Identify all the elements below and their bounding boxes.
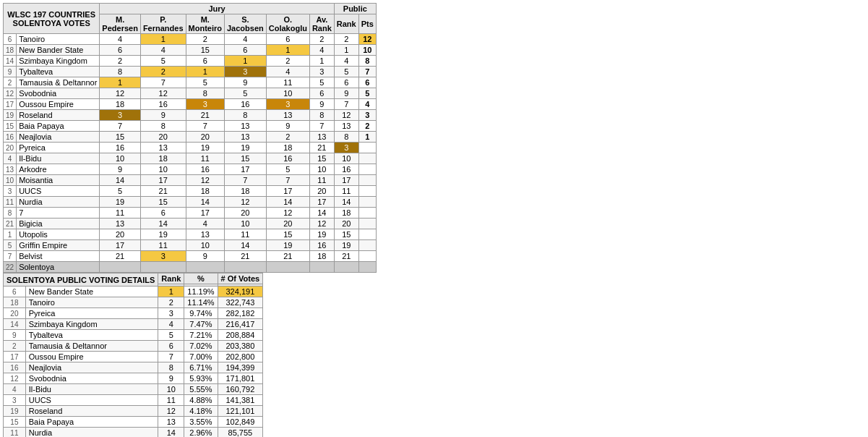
right-row-votes: 121,101: [218, 406, 263, 417]
table-row: 14 Szimbaya Kingdom 2 5 6 1 2 1 4 8: [4, 56, 377, 67]
row-oc: [266, 262, 309, 273]
table-row: 9 Tybalteva 8 2 1 3 4 3 5 7: [4, 67, 377, 77]
row-avrank: 2: [309, 34, 334, 45]
row-mp: 11: [100, 208, 141, 218]
right-row-left-rank: 11: [4, 428, 26, 438]
right-table-row: 2 Tamausia & Deltannor 6 7.02% 203,380: [4, 341, 263, 352]
row-mp: 15: [100, 132, 141, 143]
row-left-rank: 16: [4, 132, 17, 143]
row-mm: 7: [186, 121, 224, 132]
right-table-row: 16 Neajlovia 8 6.71% 194,399: [4, 362, 263, 373]
table-row: 16 Neajlovia 15 20 20 13 2 13 8 1: [4, 132, 377, 143]
row-mm: 12: [186, 175, 224, 186]
row-left-rank: 1: [4, 229, 17, 240]
table-row: 20 Pyreica 16 13 19 19 18 21 3: [4, 143, 377, 153]
right-row-pct: 4.18%: [184, 406, 218, 417]
row-left-rank: 12: [4, 88, 17, 99]
row-country: UUCS: [17, 186, 100, 197]
right-row-rank: 11: [158, 395, 184, 406]
row-pubrank: 18: [334, 208, 358, 218]
row-left-rank: 10: [4, 175, 17, 186]
row-left-rank: 4: [4, 153, 17, 164]
right-table-row: 15 Baia Papaya 13 3.55% 102,849: [4, 417, 263, 428]
right-row-country: Il-Bidu: [25, 384, 158, 395]
right-row-rank: 6: [158, 341, 184, 352]
right-row-left-rank: 15: [4, 417, 26, 428]
right-row-pct: 11.19%: [184, 287, 218, 297]
row-pubrank: 9: [334, 88, 358, 99]
right-table-row: 11 Nurdia 14 2.96% 85,755: [4, 428, 263, 438]
row-pts: 3: [358, 110, 376, 121]
row-mp: 17: [100, 240, 141, 251]
row-avrank: 19: [309, 229, 334, 240]
row-country: Arkodre: [17, 164, 100, 175]
row-country: 7: [17, 208, 100, 218]
right-row-votes: 194,399: [218, 362, 263, 373]
left-table-title: WLSC 197 COUNTRIES SOLENTOYA VOTES: [4, 4, 100, 34]
row-avrank: 3: [309, 67, 334, 77]
row-sj: 14: [224, 240, 266, 251]
right-row-left-rank: 19: [4, 406, 26, 417]
row-avrank: 13: [309, 132, 334, 143]
row-oc: 11: [266, 77, 309, 88]
col-pf: P.Fernandes: [140, 14, 186, 34]
row-pf: [140, 262, 186, 273]
row-avrank: [309, 262, 334, 273]
right-row-left-rank: 17: [4, 352, 26, 362]
row-pubrank: 14: [334, 197, 358, 208]
row-oc: 2: [266, 56, 309, 67]
table-row: 18 New Bander State 6 4 15 6 1 4 1 10: [4, 45, 377, 56]
col-mp: M.Pedersen: [100, 14, 141, 34]
row-oc: 12: [266, 208, 309, 218]
right-row-pct: 9.74%: [184, 308, 218, 319]
row-mm: 9: [186, 251, 224, 262]
row-mp: 13: [100, 218, 141, 229]
right-table-row: 3 UUCS 11 4.88% 141,381: [4, 395, 263, 406]
row-mp: 21: [100, 251, 141, 262]
table-row: 5 Griffin Empire 17 11 10 14 19 16 19: [4, 240, 377, 251]
row-pubrank: 2: [334, 34, 358, 45]
row-mp: 9: [100, 164, 141, 175]
row-pubrank: 5: [334, 67, 358, 77]
row-country: Bigicia: [17, 218, 100, 229]
row-pts: 6: [358, 77, 376, 88]
right-row-rank: 7: [158, 352, 184, 362]
row-avrank: 5: [309, 77, 334, 88]
row-oc: 21: [266, 251, 309, 262]
row-pf: 1: [140, 34, 186, 45]
row-pf: 21: [140, 186, 186, 197]
right-row-country: Pyreica: [25, 308, 158, 319]
row-pf: 11: [140, 240, 186, 251]
row-country: New Bander State: [17, 45, 100, 56]
row-pts: [358, 229, 376, 240]
row-pts: 7: [358, 67, 376, 77]
right-table-row: 19 Roseland 12 4.18% 121,101: [4, 406, 263, 417]
right-table-row: 6 New Bander State 1 11.19% 324,191: [4, 287, 263, 297]
row-pts: [358, 208, 376, 218]
right-table-row: 20 Pyreica 3 9.74% 282,182: [4, 308, 263, 319]
row-oc: 3: [266, 99, 309, 110]
col-pts: Pts: [358, 14, 376, 34]
row-country: Oussou Empire: [17, 99, 100, 110]
right-row-pct: 5.93%: [184, 373, 218, 384]
right-table-row: 4 Il-Bidu 10 5.55% 160,792: [4, 384, 263, 395]
row-left-rank: 17: [4, 99, 17, 110]
table-row: 1 Utopolis 20 19 13 11 15 19 15: [4, 229, 377, 240]
row-avrank: 16: [309, 240, 334, 251]
row-pubrank: 3: [334, 143, 358, 153]
right-row-votes: 322,743: [218, 297, 263, 308]
right-row-votes: 160,792: [218, 384, 263, 395]
row-pubrank: [334, 262, 358, 273]
table-row: 6 Tanoiro 4 1 2 4 6 2 2 12: [4, 34, 377, 45]
row-mm: 15: [186, 45, 224, 56]
row-left-rank: 3: [4, 186, 17, 197]
row-mp: 16: [100, 143, 141, 153]
row-country: Tanoiro: [17, 34, 100, 45]
row-pf: 7: [140, 77, 186, 88]
right-row-pct: 11.14%: [184, 297, 218, 308]
row-mp: 10: [100, 153, 141, 164]
table-row: 15 Baia Papaya 7 8 7 13 9 7 13 2: [4, 121, 377, 132]
right-row-country: Tybalteva: [25, 330, 158, 341]
row-pubrank: 4: [334, 56, 358, 67]
row-pubrank: 6: [334, 77, 358, 88]
